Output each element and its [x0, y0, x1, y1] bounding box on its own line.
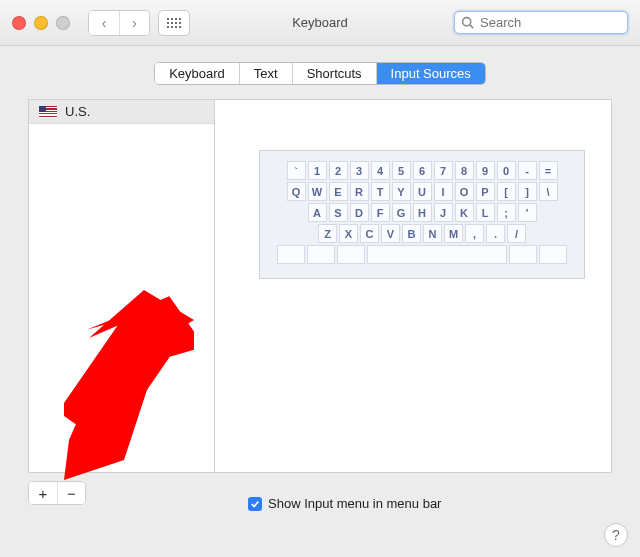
key: H	[413, 203, 432, 222]
key: T	[371, 182, 390, 201]
key: 4	[371, 161, 390, 180]
key: =	[539, 161, 558, 180]
key: S	[329, 203, 348, 222]
show-input-menu-checkbox[interactable]	[248, 497, 262, 511]
key	[337, 245, 365, 264]
key: K	[455, 203, 474, 222]
show-all-button[interactable]	[158, 10, 190, 36]
key: X	[339, 224, 358, 243]
tab-keyboard[interactable]: Keyboard	[155, 63, 239, 84]
key: 9	[476, 161, 495, 180]
key: ,	[465, 224, 484, 243]
key: B	[402, 224, 421, 243]
key: `	[287, 161, 306, 180]
keyboard-layout-preview: ` 1 2 3 4 5 6 7 8 9 0 - =	[259, 150, 585, 279]
minimize-icon[interactable]	[34, 16, 48, 30]
key: G	[392, 203, 411, 222]
key: N	[423, 224, 442, 243]
add-remove-buttons: + −	[28, 481, 86, 505]
show-input-menu-row: Show Input menu in menu bar	[248, 496, 441, 511]
chevron-left-icon: ‹	[102, 14, 107, 31]
key: 5	[392, 161, 411, 180]
close-icon[interactable]	[12, 16, 26, 30]
key: I	[434, 182, 453, 201]
window-controls	[12, 16, 70, 30]
key	[277, 245, 305, 264]
key: J	[434, 203, 453, 222]
source-detail: ` 1 2 3 4 5 6 7 8 9 0 - =	[215, 100, 611, 472]
key: Y	[392, 182, 411, 201]
key: 7	[434, 161, 453, 180]
tab-bar: Keyboard Text Shortcuts Input Sources	[0, 46, 640, 99]
forward-button[interactable]: ›	[119, 11, 149, 35]
key	[539, 245, 567, 264]
key: W	[308, 182, 327, 201]
key: O	[455, 182, 474, 201]
key	[509, 245, 537, 264]
svg-line-1	[470, 25, 473, 28]
input-sources-panel: U.S. ` 1 2 3 4 5 6 7 8 9	[28, 99, 612, 473]
back-button[interactable]: ‹	[89, 11, 119, 35]
key: .	[486, 224, 505, 243]
key: \	[539, 182, 558, 201]
chevron-right-icon: ›	[132, 14, 137, 31]
search-input[interactable]	[478, 14, 621, 31]
key: L	[476, 203, 495, 222]
toolbar: ‹ › Keyboard	[0, 0, 640, 46]
key: F	[371, 203, 390, 222]
zoom-icon[interactable]	[56, 16, 70, 30]
nav-buttons: ‹ ›	[88, 10, 150, 36]
key: ]	[518, 182, 537, 201]
question-icon: ?	[612, 527, 620, 543]
key: V	[381, 224, 400, 243]
key: Z	[318, 224, 337, 243]
us-flag-icon	[39, 106, 57, 118]
search-field[interactable]	[454, 11, 628, 34]
show-input-menu-label: Show Input menu in menu bar	[268, 496, 441, 511]
add-source-button[interactable]: +	[29, 482, 57, 504]
tab-segment: Keyboard Text Shortcuts Input Sources	[154, 62, 486, 85]
keyboard-prefs-window: ‹ › Keyboard Keyboard Text Shortcuts Inp…	[0, 0, 640, 557]
search-icon	[461, 16, 474, 29]
list-item[interactable]: U.S.	[29, 100, 214, 124]
key: 2	[329, 161, 348, 180]
key: 3	[350, 161, 369, 180]
key: U	[413, 182, 432, 201]
plus-icon: +	[39, 485, 48, 502]
remove-source-button[interactable]: −	[57, 482, 85, 504]
key: M	[444, 224, 463, 243]
key: '	[518, 203, 537, 222]
key	[367, 245, 507, 264]
key: C	[360, 224, 379, 243]
source-name: U.S.	[65, 104, 90, 119]
svg-point-0	[463, 18, 471, 26]
source-list[interactable]: U.S.	[29, 100, 215, 472]
key: 1	[308, 161, 327, 180]
content: U.S. ` 1 2 3 4 5 6 7 8 9	[28, 99, 612, 473]
key: E	[329, 182, 348, 201]
key: 6	[413, 161, 432, 180]
tab-shortcuts[interactable]: Shortcuts	[292, 63, 376, 84]
tab-input-sources[interactable]: Input Sources	[376, 63, 485, 84]
key: D	[350, 203, 369, 222]
help-button[interactable]: ?	[604, 523, 628, 547]
key: A	[308, 203, 327, 222]
minus-icon: −	[67, 485, 76, 502]
key: ;	[497, 203, 516, 222]
key: R	[350, 182, 369, 201]
key	[307, 245, 335, 264]
checkmark-icon	[250, 499, 260, 509]
key: P	[476, 182, 495, 201]
key: -	[518, 161, 537, 180]
grid-icon	[167, 18, 181, 28]
key: 8	[455, 161, 474, 180]
key: 0	[497, 161, 516, 180]
key: [	[497, 182, 516, 201]
key: /	[507, 224, 526, 243]
tab-text[interactable]: Text	[239, 63, 292, 84]
key: Q	[287, 182, 306, 201]
